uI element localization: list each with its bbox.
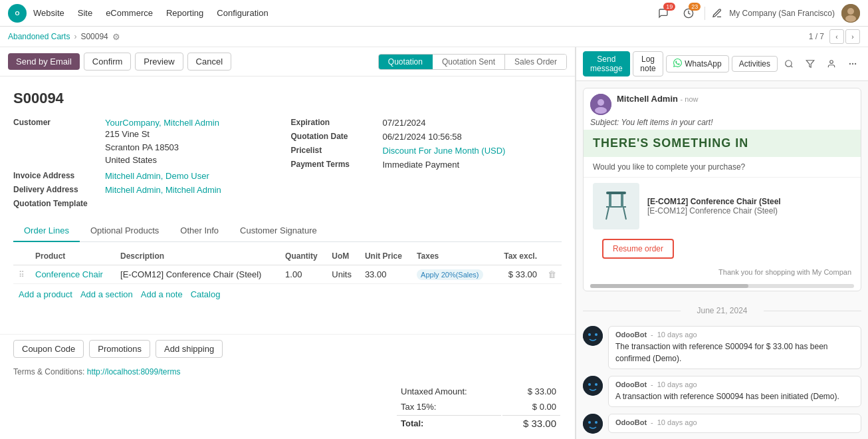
untaxed-value: $ 33.00 xyxy=(502,384,560,398)
row-delete-icon[interactable]: 🗑 xyxy=(548,269,556,279)
invoice-address-value[interactable]: Mitchell Admin, Demo User xyxy=(105,171,209,181)
resume-order-button[interactable]: Resume order xyxy=(602,239,674,259)
settings-icon[interactable] xyxy=(712,8,722,19)
app-logo[interactable]: O xyxy=(8,4,27,23)
breadcrumb-record: S00094 xyxy=(80,32,108,41)
delivery-label: Delivery Address xyxy=(13,185,100,195)
activities-badge[interactable]: 23 xyxy=(679,4,698,23)
log-sender-2: OdooBot xyxy=(615,418,647,426)
status-sales-order[interactable]: Sales Order xyxy=(505,55,566,69)
delivery-address-value[interactable]: Mitchell Admin, Mitchell Admin xyxy=(105,185,221,195)
email-scrollbar[interactable] xyxy=(590,284,854,288)
pricelist-value[interactable]: Discount For June Month (USD) xyxy=(383,146,506,156)
tab-optional-products[interactable]: Optional Products xyxy=(80,220,169,242)
messages-badge[interactable]: 19 xyxy=(654,4,673,23)
log-message-1: OdooBot - 10 days ago A transaction with… xyxy=(583,376,861,407)
svg-marker-8 xyxy=(806,61,814,68)
add-section-link[interactable]: Add a section xyxy=(80,289,133,299)
row-product[interactable]: Conference Chair xyxy=(30,265,115,283)
whatsapp-button[interactable]: WhatsApp xyxy=(666,55,728,73)
nav-ecommerce[interactable]: eCommerce xyxy=(104,5,154,21)
catalog-link[interactable]: Catalog xyxy=(191,289,221,299)
svg-point-24 xyxy=(595,333,597,336)
status-quotation-sent[interactable]: Quotation Sent xyxy=(433,55,505,69)
email-meta: Mitchell Admin - now xyxy=(617,94,854,104)
whatsapp-icon xyxy=(673,59,682,69)
email-banner: THERE'S SOMETHING IN xyxy=(584,130,861,157)
expiration-field: Expiration 07/21/2024 xyxy=(291,118,562,128)
row-tax: Apply 20%(Sales) xyxy=(411,265,494,283)
add-follower-icon[interactable] xyxy=(823,55,840,73)
activities-count: 23 xyxy=(689,3,701,11)
log-sender-1: OdooBot xyxy=(615,380,647,388)
row-unit-price[interactable]: 33.00 xyxy=(360,265,411,283)
payment-terms-label: Payment Terms xyxy=(291,160,378,170)
email-header: Mitchell Admin - now xyxy=(584,88,861,118)
drag-handle[interactable]: ⠿ xyxy=(19,270,25,279)
invoice-address-field: Invoice Address Mitchell Admin, Demo Use… xyxy=(13,171,284,181)
col-unit-price: Unit Price xyxy=(360,247,411,265)
svg-point-10 xyxy=(852,63,853,64)
log-time-0: - xyxy=(651,331,653,339)
messages-count: 19 xyxy=(663,3,675,11)
quotation-date-value[interactable]: 06/21/2024 10:56:58 xyxy=(383,132,462,142)
log-note-button[interactable]: Log note xyxy=(633,51,664,76)
more-options-icon[interactable] xyxy=(844,55,861,73)
company-selector[interactable]: My Company (San Francisco) xyxy=(729,9,835,18)
nav-site[interactable]: Site xyxy=(76,5,94,21)
panels-wrapper: Send by Email Confirm Preview Cancel Quo… xyxy=(0,47,868,439)
add-note-link[interactable]: Add a note xyxy=(141,289,183,299)
nav-website[interactable]: Website xyxy=(32,5,66,21)
add-product-link[interactable]: Add a product xyxy=(19,289,72,299)
expiration-value[interactable]: 07/21/2024 xyxy=(383,118,426,128)
svg-rect-17 xyxy=(609,193,611,208)
email-subject: Subject: You left items in your cart! xyxy=(584,118,861,130)
nav-reporting[interactable]: Reporting xyxy=(165,5,205,21)
user-avatar[interactable] xyxy=(841,4,860,23)
quotation-template-field: Quotation Template xyxy=(13,199,284,208)
form-content: S00094 Customer YourCompany, Mitchell Ad… xyxy=(0,76,575,311)
coupon-code-button[interactable]: Coupon Code xyxy=(13,340,84,358)
svg-point-27 xyxy=(595,383,597,386)
activities-button[interactable]: Activities xyxy=(732,56,778,72)
tab-order-lines[interactable]: Order Lines xyxy=(13,220,80,242)
preview-button[interactable]: Preview xyxy=(135,53,183,71)
add-shipping-button[interactable]: Add shipping xyxy=(156,340,223,358)
tab-customer-signature[interactable]: Customer Signature xyxy=(229,220,328,242)
payment-terms-value[interactable]: Immediate Payment xyxy=(383,160,460,170)
odobot-avatar-0 xyxy=(583,326,603,346)
log-time-val-0: 10 days ago xyxy=(657,331,697,339)
promotions-button[interactable]: Promotions xyxy=(89,340,150,358)
breadcrumb-separator: › xyxy=(74,32,76,41)
row-description[interactable]: [E-COM12] Conference Chair (Steel) xyxy=(115,265,280,283)
customer-value: YourCompany, Mitchell Admin 215 Vine St … xyxy=(105,118,219,167)
nav-configuration[interactable]: Configuration xyxy=(215,5,269,21)
confirm-button[interactable]: Confirm xyxy=(84,53,132,71)
svg-point-30 xyxy=(595,421,597,424)
search-chatter-icon[interactable] xyxy=(780,55,798,73)
terms-link[interactable]: http://localhost:8099/terms xyxy=(87,367,181,376)
customer-name[interactable]: YourCompany, Mitchell Admin xyxy=(105,118,219,128)
page-indicator: 1 / 7 xyxy=(809,32,824,41)
tax-badge[interactable]: Apply 20%(Sales) xyxy=(417,269,483,280)
chatter-panel: Send message Log note WhatsApp Activitie… xyxy=(576,47,868,439)
svg-point-9 xyxy=(830,61,833,64)
row-uom[interactable]: Units xyxy=(326,265,360,283)
pagination-arrows: ‹ › xyxy=(829,29,860,44)
status-quotation[interactable]: Quotation xyxy=(379,55,433,69)
next-record-button[interactable]: › xyxy=(845,29,860,44)
breadcrumb-parent[interactable]: Abandoned Carts xyxy=(8,32,70,41)
record-settings-icon[interactable]: ⚙ xyxy=(112,32,120,42)
delivery-address-field: Delivery Address Mitchell Admin, Mitchel… xyxy=(13,185,284,195)
top-navigation: O Website Site eCommerce Reporting Confi… xyxy=(0,0,868,27)
action-bar: Send by Email Confirm Preview Cancel Quo… xyxy=(0,47,575,76)
send-message-button[interactable]: Send message xyxy=(583,51,630,76)
customer-address: 215 Vine St Scranton PA 18503 United Sta… xyxy=(105,128,219,167)
email-scroll[interactable] xyxy=(584,281,861,291)
cancel-button[interactable]: Cancel xyxy=(187,53,231,71)
row-quantity[interactable]: 1.00 xyxy=(280,265,326,283)
send-by-email-button[interactable]: Send by Email xyxy=(8,53,80,70)
filter-chatter-icon[interactable] xyxy=(802,55,819,73)
prev-record-button[interactable]: ‹ xyxy=(829,29,844,44)
tab-other-info[interactable]: Other Info xyxy=(169,220,229,242)
